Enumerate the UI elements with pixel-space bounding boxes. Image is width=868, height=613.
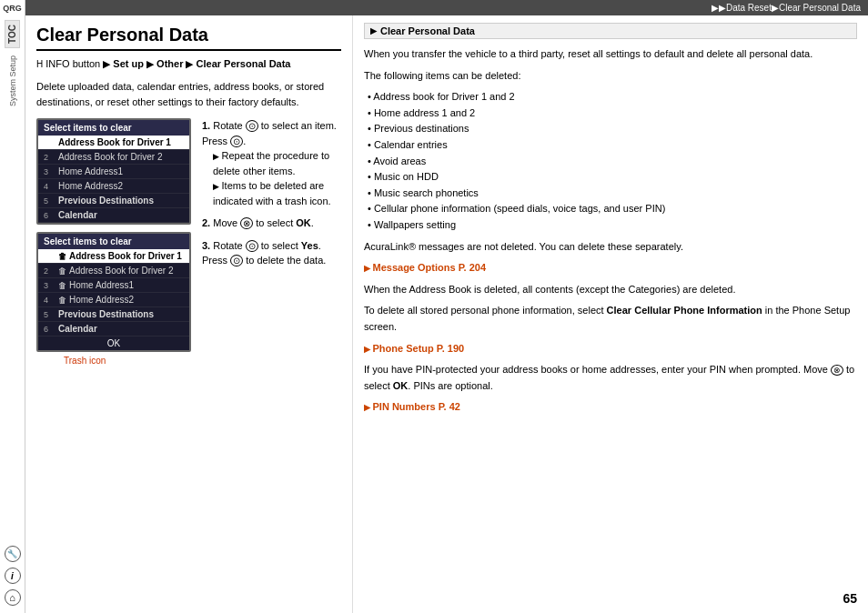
list-item: Calendar entries <box>368 137 857 154</box>
list-item: Cellular phone information (speed dials,… <box>368 201 857 217</box>
right-panel-body: When you transfer the vehicle to a third… <box>364 46 857 416</box>
list-item: Music search phonetics <box>368 186 857 202</box>
wrench-icon[interactable]: 🔧 <box>5 546 21 562</box>
step-1-num: 1. <box>202 120 213 131</box>
list-item: 4 Home Address2 <box>38 179 189 194</box>
list-item: 3 Home Address1 <box>38 165 189 179</box>
acuralink-text: AcuraLink® messages are not deleted. You… <box>364 239 857 256</box>
main-area: ▶▶Data Reset▶Clear Personal Data Clear P… <box>25 0 868 613</box>
step-2: 2. Move ⊗ to select OK. <box>202 216 341 231</box>
pin-numbers-link[interactable]: PIN Numbers P. 42 <box>364 399 857 416</box>
list-item: 🗑 Address Book for Driver 1 <box>38 249 189 264</box>
phone-setup-link[interactable]: Phone Setup P. 190 <box>364 341 857 357</box>
home-icon[interactable]: ⌂ <box>5 589 21 606</box>
sidebar: QRG TOC System Setup 🔧 i ⌂ <box>0 0 25 613</box>
list-item: Home address 1 and 2 <box>368 106 857 122</box>
page-number: 65 <box>843 591 857 606</box>
step-3-num: 3. <box>202 240 213 251</box>
trash-icon: 🗑 <box>58 266 66 276</box>
screenshots-column: Select items to clear Address Book for D… <box>36 118 191 373</box>
list-item: 3 🗑 Home Address1 <box>38 278 189 293</box>
trash-label: Trash icon <box>64 356 191 366</box>
right-panel-header: Clear Personal Data <box>364 23 857 39</box>
list-item: Wallpapers setting <box>368 217 857 234</box>
content-area: Clear Personal Data H INFO button ▶ Set … <box>25 15 868 613</box>
list-item: Avoid areas <box>368 154 857 170</box>
sidebar-qrg-label: QRG <box>3 4 22 13</box>
list-item: 2 🗑 Address Book for Driver 2 <box>38 264 189 278</box>
step-1: 1. Rotate ⊙ to select an item. Press ⊙. … <box>202 118 341 208</box>
screenshot-1-list: Address Book for Driver 1 2 Address Book… <box>38 136 189 223</box>
step-1-text: Rotate ⊙ to select an item. Press ⊙. <box>202 120 337 146</box>
list-item: Previous destinations <box>368 121 857 137</box>
address-book-text: When the Address Book is deleted, all co… <box>364 282 857 298</box>
info-path: H INFO button ▶ Set up ▶ Other ▶ Clear P… <box>36 58 341 70</box>
list-item: 6 Calendar <box>38 208 189 223</box>
list-item: Music on HDD <box>368 169 857 186</box>
sidebar-icon-group: 🔧 i ⌂ <box>5 546 21 613</box>
right-column: Clear Personal Data When you transfer th… <box>353 15 868 613</box>
step-3: 3. Rotate ⊙ to select Yes. Press ⊙ to de… <box>202 238 341 268</box>
description-text: Delete uploaded data, calendar entries, … <box>36 79 341 109</box>
sidebar-system-setup-label: System Setup <box>8 55 17 106</box>
left-content-area: Select items to clear Address Book for D… <box>36 118 341 373</box>
trash-icon: 🗑 <box>58 296 66 305</box>
list-item: 2 Address Book for Driver 2 <box>38 150 189 165</box>
screenshot-2-footer: OK <box>38 337 189 350</box>
right-para-2: The following items can be deleted: <box>364 68 857 85</box>
sidebar-toc-button[interactable]: TOC <box>5 20 20 48</box>
message-options-link[interactable]: Message Options P. 204 <box>364 260 857 276</box>
page-title: Clear Personal Data <box>36 25 341 51</box>
right-para-1: When you transfer the vehicle to a third… <box>364 46 857 63</box>
step-1-bullet-2: Items to be deleted are indicated with a… <box>202 178 341 208</box>
screenshot-1: Select items to clear Address Book for D… <box>36 118 191 225</box>
info-path-text: INFO button ▶ Set up ▶ Other ▶ Clear Per… <box>45 58 290 69</box>
step-2-text: Move ⊗ to select OK. <box>213 217 314 228</box>
steps-list: 1. Rotate ⊙ to select an item. Press ⊙. … <box>198 118 341 268</box>
list-item: Address Book for Driver 1 <box>38 136 189 150</box>
list-item: 4 🗑 Home Address2 <box>38 293 189 307</box>
list-item: 5 Previous Destinations <box>38 194 189 208</box>
screenshot-1-header: Select items to clear <box>38 120 189 136</box>
pin-text: If you have PIN-protected your address b… <box>364 362 857 394</box>
phone-setup-text: To delete all stored personal phone info… <box>364 303 857 335</box>
breadcrumb: ▶▶Data Reset▶Clear Personal Data <box>25 0 868 15</box>
right-bullet-list: Address book for Driver 1 and 2 Home add… <box>364 89 857 233</box>
list-item: Address book for Driver 1 and 2 <box>368 89 857 106</box>
info-icon-h: H <box>36 59 43 69</box>
left-column: Clear Personal Data H INFO button ▶ Set … <box>25 15 353 613</box>
screenshot-2: Select items to clear 🗑 Address Book for… <box>36 232 191 352</box>
list-item: 6 Calendar <box>38 322 189 337</box>
screenshot-2-list: 🗑 Address Book for Driver 1 2 🗑 Address … <box>38 249 189 337</box>
info-icon[interactable]: i <box>5 568 21 584</box>
steps-column: 1. Rotate ⊙ to select an item. Press ⊙. … <box>198 118 341 373</box>
step-2-num: 2. <box>202 217 213 228</box>
screenshot-2-header: Select items to clear <box>38 234 189 249</box>
step-1-bullet-1: Repeat the procedure to delete other ite… <box>202 148 341 178</box>
trash-icon: 🗑 <box>58 252 66 261</box>
step-3-text: Rotate ⊙ to select Yes. Press ⊙ to delet… <box>202 240 326 266</box>
trash-icon: 🗑 <box>58 281 66 290</box>
list-item: 5 Previous Destinations <box>38 307 189 322</box>
